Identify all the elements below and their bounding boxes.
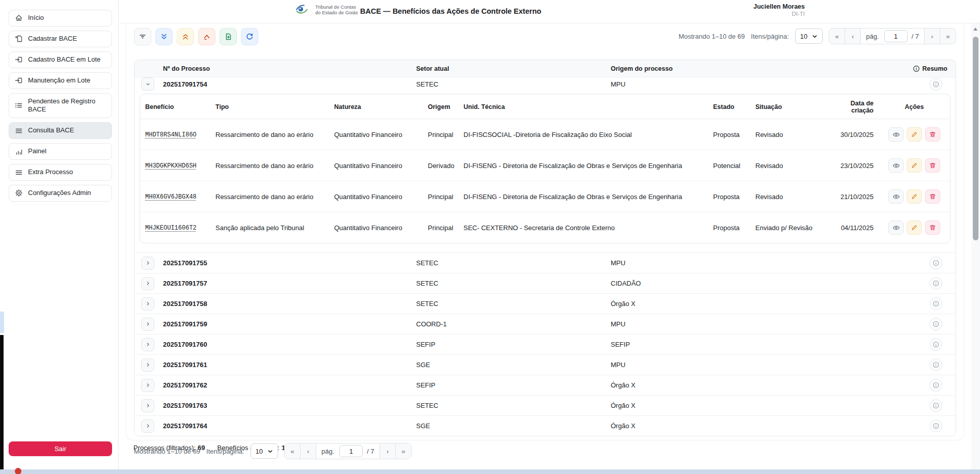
expand-row-button[interactable] bbox=[141, 379, 154, 392]
process-origem: MPU bbox=[611, 259, 894, 267]
scrollbar-thumb[interactable] bbox=[973, 37, 978, 240]
sidebar-item-label: Pendentes de Registro BACE bbox=[28, 97, 106, 115]
trash-button[interactable] bbox=[925, 127, 940, 142]
last-page-button[interactable]: » bbox=[940, 29, 956, 44]
expand-row-button[interactable] bbox=[141, 297, 154, 311]
edit-button[interactable] bbox=[907, 220, 922, 235]
prev-page-button[interactable]: ‹ bbox=[301, 443, 316, 459]
refresh-button[interactable] bbox=[241, 28, 258, 45]
page-input[interactable] bbox=[339, 445, 363, 457]
box-arrow-in-icon bbox=[15, 55, 23, 64]
resumo-info-button[interactable] bbox=[930, 338, 942, 351]
next-page-button[interactable]: › bbox=[924, 29, 940, 44]
trash-button[interactable] bbox=[925, 158, 940, 173]
showing-text: Mostrando 1–10 de 69 bbox=[678, 33, 745, 40]
brand: Tribunal de Contas do Estado de Goiás bbox=[295, 4, 358, 16]
trash-button[interactable] bbox=[925, 220, 940, 235]
process-table: Nº do Processo Setor atual Origem do pro… bbox=[134, 60, 956, 436]
expand-row-button[interactable] bbox=[141, 399, 154, 412]
benefit-natureza: Quantitativo Financeiro bbox=[329, 150, 423, 181]
collapse-row-button[interactable] bbox=[141, 77, 154, 91]
page-nav: « ‹ pág. / 7 › » bbox=[829, 28, 956, 44]
collapse-all-button[interactable] bbox=[177, 28, 194, 45]
expand-row-button[interactable] bbox=[141, 420, 154, 433]
view-button[interactable] bbox=[888, 220, 904, 235]
first-page-button[interactable]: « bbox=[285, 443, 301, 459]
logout-button[interactable]: Sair bbox=[9, 441, 112, 456]
items-per-page-select[interactable]: 10 bbox=[251, 443, 278, 459]
resumo-info-button[interactable] bbox=[930, 257, 942, 269]
sidebar-item-extra-processo[interactable]: Extra Processo bbox=[9, 164, 112, 181]
sidebar-item-configuracoes-admin[interactable]: Configurações Admin bbox=[9, 185, 112, 202]
trash-icon bbox=[929, 131, 936, 138]
sidebar-item-pendentes-de-registro-bace[interactable]: Pendentes de Registro BACE bbox=[9, 93, 112, 119]
prev-page-button[interactable]: ‹ bbox=[845, 29, 861, 44]
expand-all-button[interactable] bbox=[155, 28, 173, 45]
items-per-page-value: 10 bbox=[256, 448, 263, 455]
resumo-info-button[interactable] bbox=[930, 420, 942, 432]
process-setor: SGE bbox=[416, 422, 611, 430]
benefit-code-link[interactable]: MHDT8RS4NLI86O bbox=[145, 131, 197, 138]
col-natureza: Natureza bbox=[329, 94, 423, 119]
gear-icon bbox=[15, 189, 23, 197]
sidebar-item-manutencao-em-lote[interactable]: Manutenção em Lote bbox=[9, 72, 112, 89]
screen-edge-black-strip bbox=[0, 335, 4, 469]
resumo-info-button[interactable] bbox=[930, 379, 942, 392]
pencil-icon bbox=[911, 162, 918, 169]
scroll-to-top-button[interactable] bbox=[198, 28, 215, 45]
chevron-right-icon bbox=[145, 382, 151, 388]
benefit-tipo: Ressarcimento de dano ao erário bbox=[210, 119, 329, 150]
first-page-button[interactable]: « bbox=[829, 29, 845, 44]
resumo-info-button[interactable] bbox=[930, 358, 942, 371]
table-row: 202517091763 SETEC Órgão X bbox=[134, 395, 956, 415]
view-button[interactable] bbox=[888, 158, 904, 173]
sidebar-item-inicio[interactable]: Início bbox=[9, 10, 112, 26]
benefit-code-link[interactable]: MH3DGKPKXHD6SH bbox=[145, 162, 197, 170]
info-icon bbox=[933, 280, 939, 287]
last-page-button[interactable]: » bbox=[395, 443, 411, 459]
sidebar-item-cadastro-bace-em-lote[interactable]: Cadastro BACE em Lote bbox=[9, 51, 112, 68]
filter-button[interactable] bbox=[134, 28, 151, 45]
expand-row-button[interactable] bbox=[141, 277, 154, 290]
resumo-info-button[interactable] bbox=[930, 277, 942, 290]
page-input[interactable] bbox=[884, 30, 908, 42]
chevron-right-icon bbox=[145, 301, 151, 306]
sidebar-item-cadastrar-bace[interactable]: Cadastrar BACE bbox=[9, 31, 112, 47]
view-button[interactable] bbox=[888, 127, 904, 142]
chevron-down-icon bbox=[145, 81, 151, 87]
edit-button[interactable] bbox=[907, 127, 922, 142]
edit-button[interactable] bbox=[907, 189, 922, 204]
benefit-code-link[interactable]: MH0X6GV6JBGX48 bbox=[145, 193, 197, 201]
expand-row-button[interactable] bbox=[141, 318, 154, 331]
resumo-info-button[interactable] bbox=[930, 399, 942, 412]
benefit-natureza: Quantitativo Financeiro bbox=[329, 181, 423, 212]
benefit-natureza: Quantitativo Financeiro bbox=[329, 212, 423, 243]
expand-row-button[interactable] bbox=[141, 358, 154, 372]
user-info: Juciellen Moraes DI-TI bbox=[753, 3, 805, 17]
benefit-code-link[interactable]: MHJKEOUI1606T2 bbox=[145, 225, 197, 232]
edit-button[interactable] bbox=[907, 158, 922, 173]
resumo-info-button[interactable] bbox=[930, 78, 942, 91]
expand-row-button[interactable] bbox=[141, 257, 154, 270]
sidebar-item-consulta-bace[interactable]: Consulta BACE bbox=[9, 122, 112, 139]
sidebar-item-painel[interactable]: Painel bbox=[9, 143, 112, 160]
items-per-page-select[interactable]: 10 bbox=[795, 29, 823, 44]
col-setor: Setor atual bbox=[416, 65, 611, 72]
scrollbar-up-arrow[interactable] bbox=[973, 27, 977, 31]
expand-row-button[interactable] bbox=[141, 338, 154, 351]
process-number: 202517091759 bbox=[163, 320, 416, 328]
benefit-estado: Proposta bbox=[708, 181, 750, 212]
table-row: 202517091761 SGE MPU bbox=[134, 354, 956, 375]
benefit-origem: Derivado bbox=[423, 150, 458, 181]
resumo-info-button[interactable] bbox=[930, 318, 942, 330]
sidebar-item-label: Cadastro BACE em Lote bbox=[28, 55, 100, 64]
view-button[interactable] bbox=[888, 189, 904, 204]
trash-button[interactable] bbox=[925, 189, 940, 204]
next-page-button[interactable]: › bbox=[379, 443, 395, 459]
table-row: 202517091762 SEFIP Órgão X bbox=[134, 375, 956, 395]
resumo-info-button[interactable] bbox=[930, 297, 942, 310]
sidebar-item-label: Painel bbox=[28, 147, 46, 156]
bar-chart-icon bbox=[15, 148, 23, 156]
export-file-button[interactable] bbox=[220, 28, 237, 45]
chevron-right-icon bbox=[145, 281, 151, 286]
